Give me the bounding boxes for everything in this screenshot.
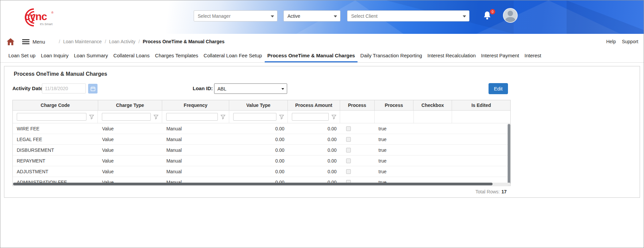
table-row: LEGAL FEEValueManual0.000.00true xyxy=(13,134,510,145)
manager-select[interactable]: Select Manager xyxy=(194,10,277,21)
client-select-value: Select Client xyxy=(351,13,378,19)
process-checkbox[interactable] xyxy=(346,159,351,163)
table-row: DISBURSEMENTValueManual0.000.00true xyxy=(13,145,510,156)
horizontal-scrollbar-thumb[interactable] xyxy=(13,183,493,185)
calendar-button[interactable] xyxy=(88,84,98,94)
filter-input-1[interactable] xyxy=(102,113,151,121)
filter-icon[interactable] xyxy=(89,115,94,119)
filter-input-0[interactable] xyxy=(17,113,86,121)
tab-loan-inquiry[interactable]: Loan Inquiry xyxy=(38,49,71,62)
column-header-4[interactable]: Process Amount xyxy=(288,100,340,110)
breadcrumb-separator: / xyxy=(59,39,60,44)
process-checkbox[interactable] xyxy=(346,126,351,131)
filter-input-2[interactable] xyxy=(166,113,218,121)
breadcrumb: /Loan Maintenance/Loan Activity/Process … xyxy=(56,39,225,44)
tab-process-onetime-manual-charges[interactable]: Process OneTime & Manual Charges xyxy=(265,49,358,62)
tab-loan-set-up[interactable]: Loan Set up xyxy=(6,49,38,62)
activity-date-label: Activity Date xyxy=(12,85,43,91)
filter-cell-8 xyxy=(452,111,510,123)
filter-cell-5 xyxy=(340,111,375,123)
vertical-scrollbar-thumb[interactable] xyxy=(508,124,510,184)
client-select[interactable]: Select Client xyxy=(347,10,469,21)
tab-interest-recalculation[interactable]: Interest Recalculation xyxy=(425,49,478,62)
process-amount-cell: 0.00 xyxy=(288,156,340,166)
frequency-cell: Manual xyxy=(162,134,229,144)
column-header-6[interactable]: Process xyxy=(375,100,414,110)
process-amount-cell: 0.00 xyxy=(288,134,340,144)
filter-input-4[interactable] xyxy=(292,113,329,121)
tab-collateral-loans[interactable]: Collateral Loans xyxy=(111,49,152,62)
navigation-bar: Menu /Loan Maintenance/Loan Activity/Pro… xyxy=(0,34,644,49)
breadcrumb-separator: / xyxy=(138,39,140,44)
column-header-1[interactable]: Charge Type xyxy=(98,100,163,110)
support-link[interactable]: Support xyxy=(622,39,638,44)
process-amount-cell: 0.00 xyxy=(288,166,340,177)
chevron-down-icon xyxy=(281,88,284,90)
table-filter-row xyxy=(13,111,510,123)
column-header-0[interactable]: Charge Code xyxy=(13,100,98,110)
column-header-5[interactable]: Process xyxy=(340,100,375,110)
user-avatar[interactable] xyxy=(503,8,518,23)
breadcrumb-item[interactable]: Loan Maintenance xyxy=(63,39,102,44)
charge-type-cell: Value xyxy=(98,156,163,166)
process-amount-cell: 0.00 xyxy=(288,123,340,134)
tab-daily-transaction-reporting[interactable]: Daily Transaction Reporting xyxy=(358,49,425,62)
process-flag-cell: true xyxy=(375,145,414,155)
content-panel: Process OneTime & Manual Charges Activit… xyxy=(4,66,640,198)
total-rows-label: Total Rows: xyxy=(475,189,500,194)
tab-charges-templates[interactable]: Charges Templates xyxy=(152,49,201,62)
frequency-cell: Manual xyxy=(162,156,229,166)
charge-code-cell: DISBURSEMENT xyxy=(13,145,98,155)
process-flag-cell: true xyxy=(375,166,414,177)
column-header-7[interactable]: Checkbox xyxy=(413,100,452,110)
value-type-cell: 0.00 xyxy=(229,145,288,155)
process-checkbox[interactable] xyxy=(346,148,351,152)
frequency-cell: Manual xyxy=(162,123,229,134)
chevron-down-icon xyxy=(271,15,274,17)
hamburger-icon xyxy=(22,39,29,44)
process-checkbox[interactable] xyxy=(346,137,351,142)
is-edited-cell xyxy=(452,123,510,134)
breadcrumb-separator: / xyxy=(105,39,106,44)
cync-logo: cync ® It's Smart xyxy=(20,6,73,28)
filter-icon[interactable] xyxy=(220,115,226,119)
grid-footer: Total Rows: 17 xyxy=(12,186,511,197)
filter-icon[interactable] xyxy=(331,115,336,119)
loan-id-value: ABL xyxy=(217,86,226,91)
process-checkbox[interactable] xyxy=(346,169,351,174)
notifications-button[interactable]: 0 xyxy=(483,11,493,22)
frequency-cell: Manual xyxy=(162,166,229,177)
status-select[interactable]: Active xyxy=(283,10,340,21)
breadcrumb-item[interactable]: Loan Activity xyxy=(109,39,136,44)
tab-interest[interactable]: Interest xyxy=(522,49,544,62)
activity-date-input[interactable] xyxy=(42,83,86,94)
filter-input-3[interactable] xyxy=(233,113,276,121)
tab-collateral-loan-fee-setup[interactable]: Collateral Loan Fee Setup xyxy=(201,49,265,62)
filter-icon[interactable] xyxy=(153,115,158,119)
column-header-3[interactable]: Value Type xyxy=(229,100,288,110)
checkbox-cell xyxy=(413,134,452,144)
process-amount-cell: 0.00 xyxy=(288,145,340,155)
process-flag-cell: true xyxy=(375,123,414,134)
table-row: ADJUSTMENTValueManual0.000.00true xyxy=(13,166,510,177)
menu-button[interactable]: Menu xyxy=(22,39,45,45)
app-header: cync ® It's Smart Select Manager Active … xyxy=(0,0,644,34)
column-header-8[interactable]: Is Edited xyxy=(452,100,510,110)
column-header-2[interactable]: Frequency xyxy=(162,100,229,110)
filter-cell-4 xyxy=(288,111,340,123)
loan-id-select[interactable]: ABL xyxy=(214,83,287,94)
checkbox-cell xyxy=(413,166,452,177)
charge-type-cell: Value xyxy=(98,166,163,177)
tab-interest-payment[interactable]: Interest Payment xyxy=(478,49,522,62)
process-checkbox-cell xyxy=(340,156,375,166)
help-link[interactable]: Help xyxy=(606,39,616,44)
header-decor-triangle xyxy=(476,0,621,34)
edit-button[interactable]: Edit xyxy=(489,83,508,94)
status-select-value: Active xyxy=(287,13,300,19)
home-icon[interactable] xyxy=(6,38,15,46)
process-checkbox-cell xyxy=(340,145,375,155)
tab-loan-summary[interactable]: Loan Summary xyxy=(71,49,111,62)
filter-icon[interactable] xyxy=(279,115,284,119)
filter-cell-0 xyxy=(13,111,98,123)
filter-cell-3 xyxy=(229,111,288,123)
